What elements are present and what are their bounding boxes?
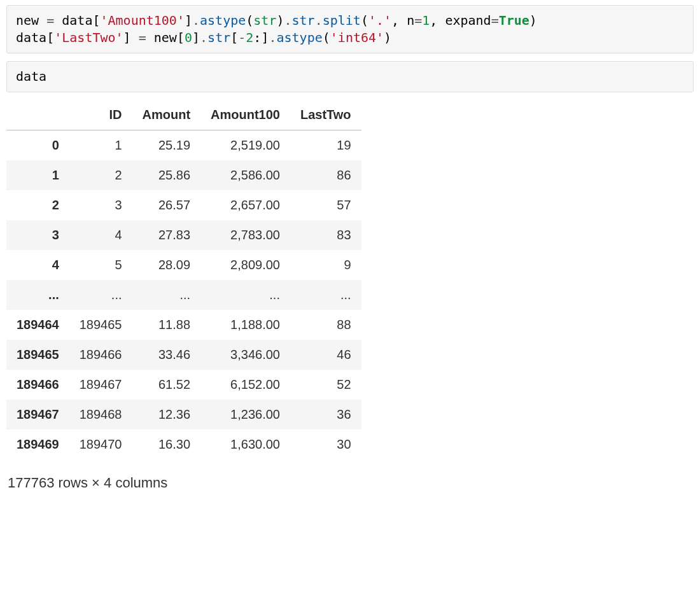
cell: 189468 [69, 400, 132, 430]
col-header-lasttwo: LastTwo [290, 100, 361, 130]
cell: 9 [290, 250, 361, 280]
cell: 36 [290, 400, 361, 430]
cell: 16.30 [132, 430, 201, 459]
code-token: 1 [422, 13, 430, 28]
table-row: 4528.092,809.009 [6, 250, 361, 280]
dataframe-summary: 177763 rows × 4 columns [8, 475, 361, 491]
cell: 11.88 [132, 310, 201, 340]
code-token: str [253, 13, 276, 28]
table-row: 2326.572,657.0057 [6, 190, 361, 220]
code-token: '.' [368, 13, 391, 28]
code-token: = [491, 13, 499, 28]
code-token: astype [277, 30, 323, 45]
code-token: ( [246, 13, 253, 28]
code-token: ) [384, 30, 391, 45]
cell: 1,236.00 [200, 400, 290, 430]
cell: 61.52 [132, 370, 201, 400]
row-index: 189466 [6, 370, 69, 400]
table-row: 18946618946761.526,152.0052 [6, 370, 361, 400]
cell: 86 [290, 160, 361, 190]
cell: 28.09 [132, 250, 201, 280]
dataframe-table: ID Amount Amount100 LastTwo 0125.192,519… [6, 100, 361, 459]
code-token: = [46, 13, 54, 28]
cell: 52 [290, 370, 361, 400]
dataframe-output: ID Amount Amount100 LastTwo 0125.192,519… [6, 100, 361, 491]
code-token: . [284, 13, 291, 28]
cell: 46 [290, 340, 361, 370]
code-token: . [200, 30, 207, 45]
cell: 6,152.00 [200, 370, 290, 400]
code-token: 2 [246, 30, 253, 45]
cell: 4 [69, 220, 132, 250]
table-row: 3427.832,783.0083 [6, 220, 361, 250]
row-index: 0 [6, 130, 69, 161]
cell: 3,346.00 [200, 340, 290, 370]
cell: 5 [69, 250, 132, 280]
code-token: data [16, 69, 46, 84]
cell: 2,586.00 [200, 160, 290, 190]
col-header-amount: Amount [132, 100, 201, 130]
row-index: 1 [6, 160, 69, 190]
code-token: str [207, 30, 230, 45]
cell: 33.46 [132, 340, 201, 370]
cell: 83 [290, 220, 361, 250]
cell: 189470 [69, 430, 132, 459]
table-row: 18946418946511.881,188.0088 [6, 310, 361, 340]
row-index: 189469 [6, 430, 69, 459]
row-index: 3 [6, 220, 69, 250]
code-token: . [192, 13, 200, 28]
cell: 1,188.00 [200, 310, 290, 340]
code-token: astype [200, 13, 246, 28]
code-token: split [323, 13, 361, 28]
code-cell-1[interactable]: new = data['Amount100'].astype(str).str.… [6, 5, 694, 53]
cell: ... [290, 280, 361, 310]
code-token: ] [192, 30, 200, 45]
col-header-id: ID [69, 100, 132, 130]
code-token: 0 [185, 30, 192, 45]
col-header-amount100: Amount100 [200, 100, 290, 130]
cell: ... [69, 280, 132, 310]
code-token: ( [323, 30, 330, 45]
cell: 189466 [69, 340, 132, 370]
index-corner [6, 100, 69, 130]
cell: ... [132, 280, 201, 310]
cell: 19 [290, 130, 361, 161]
row-index: 189464 [6, 310, 69, 340]
code-token: , expand [430, 13, 491, 28]
code-token: 'LastTwo' [54, 30, 123, 45]
cell: 25.86 [132, 160, 201, 190]
table-row: 18946718946812.361,236.0036 [6, 400, 361, 430]
cell: 189465 [69, 310, 132, 340]
row-index: 189467 [6, 400, 69, 430]
code-token: ] [123, 30, 139, 45]
code-token: str [292, 13, 315, 28]
code-token: :] [253, 30, 269, 45]
notebook-page: new = data['Amount100'].astype(str).str.… [0, 0, 700, 602]
code-token: - [238, 30, 246, 45]
cell: 2,783.00 [200, 220, 290, 250]
code-token: data[ [16, 30, 54, 45]
cell: 3 [69, 190, 132, 220]
cell: 12.36 [132, 400, 201, 430]
code-token: = [139, 30, 146, 45]
code-token: ) [529, 13, 537, 28]
table-row: ............... [6, 280, 361, 310]
table-row: 18946918947016.301,630.0030 [6, 430, 361, 459]
cell: 27.83 [132, 220, 201, 250]
output-area: ID Amount Amount100 LastTwo 0125.192,519… [6, 100, 694, 491]
cell: 25.19 [132, 130, 201, 161]
code-cell-2[interactable]: data [6, 61, 694, 92]
code-token: new [16, 13, 46, 28]
code-token: 'Amount100' [100, 13, 184, 28]
code-token: new[ [146, 30, 185, 45]
table-row: 18946518946633.463,346.0046 [6, 340, 361, 370]
cell: 2,809.00 [200, 250, 290, 280]
row-index: 4 [6, 250, 69, 280]
cell: 2 [69, 160, 132, 190]
row-index: ... [6, 280, 69, 310]
code-token: . [315, 13, 323, 28]
code-token: ] [185, 13, 192, 28]
code-token: 'int64' [330, 30, 384, 45]
code-token: True [499, 13, 529, 28]
cell: 1,630.00 [200, 430, 290, 459]
